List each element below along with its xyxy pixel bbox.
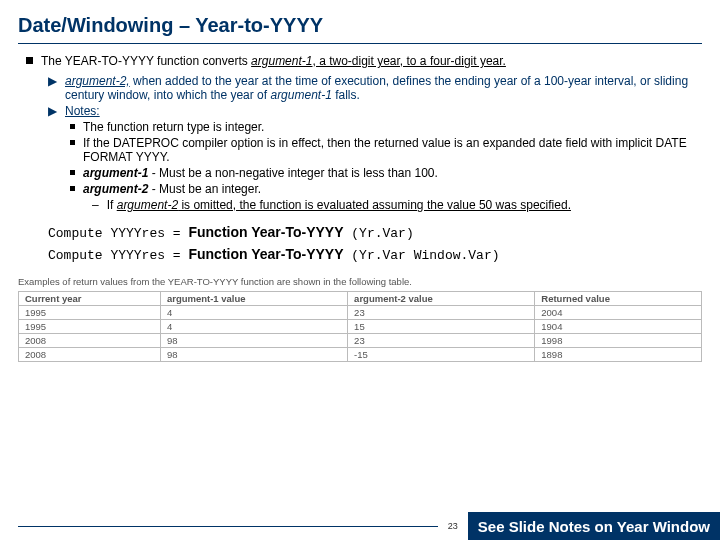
cell: 23	[348, 305, 535, 319]
footer-rule	[18, 526, 438, 527]
note-5-text: If argument-2 is omitted, the function i…	[107, 198, 694, 212]
square-bullet-icon	[70, 124, 75, 129]
table-row: 1995 4 23 2004	[19, 305, 702, 319]
footer-note: See Slide Notes on Year Window	[468, 512, 720, 540]
cell: 15	[348, 319, 535, 333]
arrow-icon: ▶	[48, 74, 57, 102]
col-returned: Returned value	[535, 291, 702, 305]
table-row: 1995 4 15 1904	[19, 319, 702, 333]
dash-icon: –	[92, 198, 99, 212]
cell: 1995	[19, 305, 161, 319]
note-4-text: argument-2 - Must be an integer.	[83, 182, 694, 196]
cell: 98	[160, 333, 347, 347]
slide-content: The YEAR-TO-YYYY function converts argum…	[0, 54, 720, 266]
cell: 2004	[535, 305, 702, 319]
cell: 2008	[19, 347, 161, 361]
table-header-row: Current year argument-1 value argument-2…	[19, 291, 702, 305]
footer: 23 See Slide Notes on Year Window	[0, 512, 720, 540]
table-row: 2008 98 23 1998	[19, 333, 702, 347]
col-arg2: argument-2 value	[348, 291, 535, 305]
arrow-icon: ▶	[48, 104, 57, 118]
cell: 2008	[19, 333, 161, 347]
code-sample: Compute YYYYres = Function Year-To-YYYY …	[48, 222, 694, 266]
cell: -15	[348, 347, 535, 361]
cell: 98	[160, 347, 347, 361]
square-bullet-icon	[26, 57, 33, 64]
sub-bullet-arg2: ▶ argument-2, when added to the year at …	[48, 74, 694, 102]
note-4: argument-2 - Must be an integer.	[70, 182, 694, 196]
square-bullet-icon	[70, 170, 75, 175]
main-bullet-text: The YEAR-TO-YYYY function converts argum…	[41, 54, 694, 68]
examples-table: Current year argument-1 value argument-2…	[18, 291, 702, 362]
examples-caption: Examples of return values from the YEAR-…	[18, 276, 702, 287]
cell: 1998	[535, 333, 702, 347]
table-row: 2008 98 -15 1898	[19, 347, 702, 361]
page-number: 23	[438, 521, 468, 531]
square-bullet-icon	[70, 140, 75, 145]
cell: 1898	[535, 347, 702, 361]
col-current-year: Current year	[19, 291, 161, 305]
notes-label: Notes:	[65, 104, 694, 118]
note-5: – If argument-2 is omitted, the function…	[92, 198, 694, 212]
sub-bullet-notes: ▶ Notes:	[48, 104, 694, 118]
col-arg1: argument-1 value	[160, 291, 347, 305]
square-bullet-icon	[70, 186, 75, 191]
note-3-text: argument-1 - Must be a non-negative inte…	[83, 166, 694, 180]
code-line-1: Compute YYYYres = Function Year-To-YYYY …	[48, 222, 694, 244]
examples-block: Examples of return values from the YEAR-…	[18, 276, 702, 362]
note-1: The function return type is integer.	[70, 120, 694, 134]
note-2-text: If the DATEPROC compiler option is in ef…	[83, 136, 694, 164]
cell: 4	[160, 305, 347, 319]
note-3: argument-1 - Must be a non-negative inte…	[70, 166, 694, 180]
slide-title: Date/Windowing – Year-to-YYYY	[0, 0, 720, 41]
code-line-2: Compute YYYYres = Function Year-To-YYYY …	[48, 244, 694, 266]
note-1-text: The function return type is integer.	[83, 120, 694, 134]
title-rule	[18, 43, 702, 44]
cell: 23	[348, 333, 535, 347]
sub-bullet-arg2-text: argument-2, when added to the year at th…	[65, 74, 694, 102]
note-2: If the DATEPROC compiler option is in ef…	[70, 136, 694, 164]
cell: 1904	[535, 319, 702, 333]
cell: 1995	[19, 319, 161, 333]
main-bullet: The YEAR-TO-YYYY function converts argum…	[26, 54, 694, 68]
cell: 4	[160, 319, 347, 333]
